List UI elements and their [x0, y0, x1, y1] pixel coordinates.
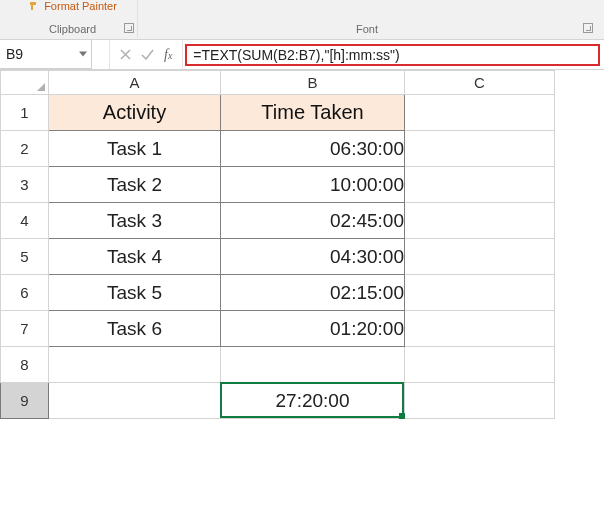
cell-C2[interactable] [405, 131, 555, 167]
col-head-A[interactable]: A [49, 71, 221, 95]
select-all-corner[interactable] [1, 71, 49, 95]
cell-C7[interactable] [405, 311, 555, 347]
cell-A3[interactable]: Task 2 [49, 167, 221, 203]
worksheet[interactable]: A B C 1 Activity Time Taken 2 Task 1 06:… [0, 70, 604, 419]
cell-B5[interactable]: 04:30:00 [221, 239, 405, 275]
cancel-icon[interactable] [120, 49, 131, 60]
name-box-value: B9 [6, 46, 23, 62]
cell-C5[interactable] [405, 239, 555, 275]
cell-B9-value: 27:20:00 [276, 390, 350, 411]
cell-B6[interactable]: 02:15:00 [221, 275, 405, 311]
cell-B8[interactable] [221, 347, 405, 383]
formula-input[interactable]: =TEXT(SUM(B2:B7),"[h]:mm:ss") [185, 44, 600, 66]
chevron-down-icon[interactable] [79, 52, 87, 57]
row-head-6[interactable]: 6 [1, 275, 49, 311]
ribbon-group-font: Font [138, 0, 596, 37]
cell-C4[interactable] [405, 203, 555, 239]
paintbrush-icon [28, 0, 40, 12]
formula-text: =TEXT(SUM(B2:B7),"[h]:mm:ss") [193, 47, 399, 63]
col-head-B[interactable]: B [221, 71, 405, 95]
ribbon-group-label-font: Font [356, 23, 378, 37]
formula-bar-controls: fx [110, 40, 183, 69]
formula-bar: B9 fx =TEXT(SUM(B2:B7),"[h]:mm:ss") [0, 40, 604, 70]
row-head-4[interactable]: 4 [1, 203, 49, 239]
enter-icon[interactable] [141, 49, 154, 60]
cell-C8[interactable] [405, 347, 555, 383]
dialog-launcher-icon[interactable] [124, 23, 134, 33]
col-head-C[interactable]: C [405, 71, 555, 95]
ribbon-group-label-clipboard: Clipboard [49, 23, 96, 37]
cell-A2[interactable]: Task 1 [49, 131, 221, 167]
cell-B4[interactable]: 02:45:00 [221, 203, 405, 239]
row-head-2[interactable]: 2 [1, 131, 49, 167]
ribbon: Format Painter Clipboard Font [0, 0, 604, 40]
row-head-1[interactable]: 1 [1, 95, 49, 131]
cell-B3[interactable]: 10:00:00 [221, 167, 405, 203]
cell-A7[interactable]: Task 6 [49, 311, 221, 347]
ribbon-group-clipboard: Format Painter Clipboard [8, 0, 138, 37]
format-painter-label: Format Painter [44, 0, 117, 12]
dialog-launcher-icon[interactable] [583, 23, 593, 33]
cell-A5[interactable]: Task 4 [49, 239, 221, 275]
row-head-3[interactable]: 3 [1, 167, 49, 203]
cell-C6[interactable] [405, 275, 555, 311]
cell-A6[interactable]: Task 5 [49, 275, 221, 311]
row-head-5[interactable]: 5 [1, 239, 49, 275]
format-painter-button[interactable]: Format Painter [28, 0, 117, 12]
name-box[interactable]: B9 [0, 40, 92, 69]
grid[interactable]: A B C 1 Activity Time Taken 2 Task 1 06:… [0, 70, 555, 419]
row-head-8[interactable]: 8 [1, 347, 49, 383]
row-head-9[interactable]: 9 [1, 383, 49, 419]
cell-B7[interactable]: 01:20:00 [221, 311, 405, 347]
cell-B2[interactable]: 06:30:00 [221, 131, 405, 167]
cell-A1[interactable]: Activity [49, 95, 221, 131]
cell-C9[interactable] [405, 383, 555, 419]
cell-A9[interactable] [49, 383, 221, 419]
cell-A8[interactable] [49, 347, 221, 383]
fx-icon[interactable]: fx [164, 47, 172, 63]
cell-B1[interactable]: Time Taken [221, 95, 405, 131]
cell-A4[interactable]: Task 3 [49, 203, 221, 239]
row-head-7[interactable]: 7 [1, 311, 49, 347]
cell-C1[interactable] [405, 95, 555, 131]
cell-B9[interactable]: 27:20:00 [221, 383, 405, 419]
cell-C3[interactable] [405, 167, 555, 203]
